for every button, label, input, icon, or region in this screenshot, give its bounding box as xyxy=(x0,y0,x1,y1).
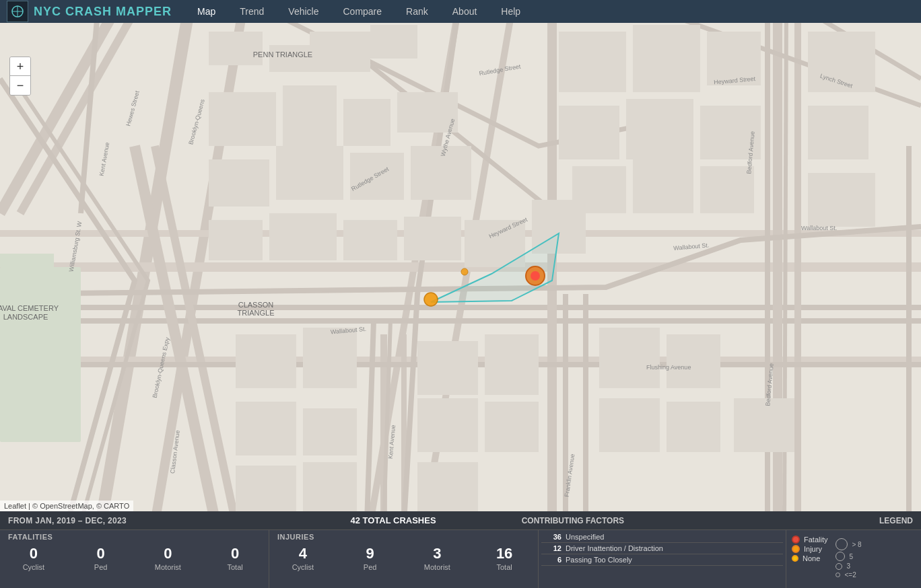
svg-rect-65 xyxy=(303,462,357,511)
injury-dot xyxy=(792,545,800,553)
fatalities-ped-number: 0 xyxy=(97,545,105,562)
injuries-ped-col: 9 Ped xyxy=(337,544,404,573)
header: NYC CRASH MAPPER Map Trend Vehicle Compa… xyxy=(0,0,921,23)
fatalities-total-label: Total xyxy=(228,563,243,571)
size-circle-3 xyxy=(835,573,840,577)
fatalities-total-col: 0 Total xyxy=(201,544,269,573)
contributing-factors-table: 36 Unspecified 12 Driver Inattention / D… xyxy=(539,531,786,566)
bottom-panel: FROM JAN, 2019 – DEC, 2023 42 TOTAL CRAS… xyxy=(0,511,921,588)
fatalities-total-number: 0 xyxy=(231,545,239,562)
svg-rect-61 xyxy=(599,398,660,452)
svg-rect-30 xyxy=(276,146,343,200)
svg-rect-39 xyxy=(559,32,626,92)
map-container[interactable]: PENN TRIANGLE NAVAL CEMETERY LANDSCAPE C… xyxy=(0,23,921,511)
cf-count-1: 12 xyxy=(543,544,561,552)
injuries-cyclist-col: 4 Cyclist xyxy=(269,544,337,573)
nav-help[interactable]: Help xyxy=(489,0,533,23)
size-legend: > 8 5 3 <=2 xyxy=(835,538,861,579)
legend-section: Fatality Injury None > 8 xyxy=(786,530,921,588)
nav-about[interactable]: About xyxy=(440,0,489,23)
svg-rect-66 xyxy=(417,462,478,511)
none-dot xyxy=(792,555,798,562)
map-svg: PENN TRIANGLE NAVAL CEMETERY LANDSCAPE C… xyxy=(0,23,921,511)
svg-rect-25 xyxy=(209,92,276,146)
legend-header: LEGEND xyxy=(778,516,913,525)
svg-rect-40 xyxy=(633,25,700,92)
cf-row-2: 6 Passing Too Closely xyxy=(541,554,783,566)
svg-rect-24 xyxy=(370,25,417,59)
svg-rect-35 xyxy=(343,220,397,260)
svg-point-95 xyxy=(424,293,438,306)
date-range: FROM JAN, 2019 – DEC, 2023 xyxy=(8,516,265,525)
contributing-factors-header: CONTRIBUTING FACTORS xyxy=(522,516,778,525)
main-nav: Map Trend Vehicle Compare Rank About Hel… xyxy=(185,0,533,23)
legend-injury: Injury xyxy=(792,545,827,553)
nav-vehicle[interactable]: Vehicle xyxy=(276,0,331,23)
svg-rect-45 xyxy=(572,166,626,213)
size-row-3: <=2 xyxy=(835,571,861,579)
nav-trend[interactable]: Trend xyxy=(228,0,276,23)
cf-count-2: 6 xyxy=(543,556,561,564)
legend-none: None xyxy=(792,554,827,562)
nav-rank[interactable]: Rank xyxy=(394,0,440,23)
svg-rect-26 xyxy=(283,85,337,146)
fatalities-cyclist-number: 0 xyxy=(30,545,38,562)
logo-area: NYC CRASH MAPPER xyxy=(7,1,172,22)
fatality-dot xyxy=(792,536,800,544)
svg-text:Flushing Avenue: Flushing Avenue xyxy=(646,364,691,371)
svg-rect-43 xyxy=(626,99,693,159)
fatalities-header: FATALITIES xyxy=(0,531,269,542)
size-label-3: <=2 xyxy=(844,571,856,579)
size-circle-1 xyxy=(835,552,845,561)
injuries-cyclist-label: Cyclist xyxy=(292,563,314,571)
fatalities-motorist-number: 0 xyxy=(164,545,172,562)
cf-name-2: Passing Too Closely xyxy=(566,556,782,564)
size-row-1: 5 xyxy=(835,552,861,561)
svg-rect-62 xyxy=(667,402,720,452)
injuries-header: INJURIES xyxy=(269,531,538,542)
nav-map[interactable]: Map xyxy=(185,0,228,23)
size-circle-0 xyxy=(835,538,848,550)
svg-rect-33 xyxy=(209,220,263,260)
svg-rect-60 xyxy=(485,402,539,452)
cf-name-0: Unspecified xyxy=(566,533,782,541)
svg-text:PENN TRIANGLE: PENN TRIANGLE xyxy=(253,50,312,59)
svg-rect-23 xyxy=(310,32,370,72)
svg-rect-51 xyxy=(236,334,296,388)
svg-rect-42 xyxy=(559,106,619,159)
nav-compare[interactable]: Compare xyxy=(331,0,394,23)
svg-rect-57 xyxy=(236,402,296,455)
app-title: NYC CRASH MAPPER xyxy=(34,5,172,19)
svg-rect-21 xyxy=(209,32,263,65)
size-label-0: > 8 xyxy=(852,541,861,548)
svg-rect-59 xyxy=(417,398,478,452)
svg-rect-49 xyxy=(808,106,868,159)
svg-rect-29 xyxy=(209,159,269,207)
total-crashes: 42 TOTAL CRASHES xyxy=(265,515,521,525)
injuries-total-col: 16 Total xyxy=(471,544,538,573)
injuries-motorist-number: 3 xyxy=(433,545,441,562)
fatalities-cyclist-label: Cyclist xyxy=(23,563,44,571)
cf-row-0: 36 Unspecified xyxy=(541,531,783,543)
svg-rect-55 xyxy=(599,328,660,388)
svg-rect-58 xyxy=(303,408,357,455)
fatalities-numbers: 0 Cyclist 0 Ped 0 Motorist 0 Total xyxy=(0,542,269,574)
zoom-out-button[interactable]: − xyxy=(10,76,30,95)
none-label: None xyxy=(803,554,820,562)
panel-body: FATALITIES 0 Cyclist 0 Ped 0 Motorist 0 … xyxy=(0,530,921,588)
zoom-in-button[interactable]: + xyxy=(10,57,30,76)
injuries-ped-number: 9 xyxy=(366,545,374,562)
injuries-motorist-col: 3 Motorist xyxy=(404,544,471,573)
injury-label: Injury xyxy=(804,545,822,553)
svg-rect-64 xyxy=(236,466,296,511)
size-label-1: 5 xyxy=(849,553,853,560)
panel-top-row: FROM JAN, 2019 – DEC, 2023 42 TOTAL CRAS… xyxy=(0,511,921,530)
svg-rect-53 xyxy=(417,341,478,395)
svg-point-94 xyxy=(531,271,540,281)
zoom-controls: + − xyxy=(9,57,31,96)
fatalities-ped-col: 0 Ped xyxy=(67,544,135,573)
legend-items: Fatality Injury None xyxy=(792,536,827,579)
svg-rect-27 xyxy=(343,99,390,146)
contributing-factors-section: 36 Unspecified 12 Driver Inattention / D… xyxy=(539,530,786,588)
svg-text:NAVAL CEMETERY: NAVAL CEMETERY xyxy=(0,304,59,312)
